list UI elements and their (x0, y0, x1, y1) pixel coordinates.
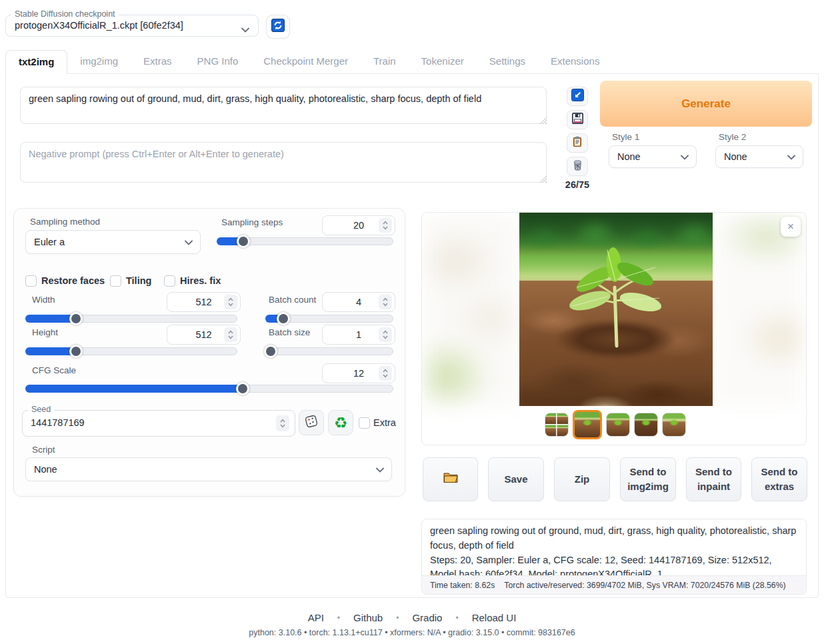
hires-fix-checkbox[interactable] (164, 275, 175, 287)
number-spinner[interactable] (379, 295, 392, 309)
chevron-down-icon (241, 23, 249, 35)
restore-faces-checkbox[interactable] (25, 275, 37, 287)
checkpoint-label: Stable Diffusion checkpoint (11, 9, 119, 19)
chevron-down-icon (185, 237, 193, 247)
batch-count-input[interactable]: 4 (322, 292, 395, 312)
save-button[interactable]: Save (488, 457, 544, 501)
script-value: None (34, 464, 57, 475)
tab-txt2img[interactable]: txt2img (5, 50, 67, 74)
batch-size-input[interactable]: 1 (322, 325, 395, 345)
refresh-checkpoint-button[interactable] (266, 15, 290, 39)
sampling-steps-input[interactable]: 20 (322, 215, 395, 235)
tab-checkpoint-merger[interactable]: Checkpoint Merger (251, 50, 361, 74)
dice-icon (304, 414, 319, 431)
height-input[interactable]: 512 (167, 325, 241, 345)
close-icon[interactable]: × (781, 217, 801, 237)
tiling-label: Tiling (126, 275, 151, 286)
width-input[interactable]: 512 (167, 292, 241, 312)
tab-extensions[interactable]: Extensions (538, 50, 612, 74)
number-spinner[interactable] (276, 415, 289, 431)
paste-generation-params-button[interactable] (567, 87, 588, 106)
checkpoint-value: protogenX34OfficialR_1.ckpt [60fe2f34] (15, 20, 183, 31)
reload-ui-link[interactable]: Reload UI (472, 612, 517, 623)
version-info: python: 3.10.6 • torch: 1.13.1+cu117 • x… (0, 628, 824, 637)
number-spinner[interactable] (379, 218, 392, 233)
refresh-icon (271, 19, 285, 35)
thumbnail-1[interactable] (545, 413, 569, 437)
sampling-steps-label: Sampling steps (221, 217, 283, 227)
clipboard-icon (572, 136, 583, 150)
extra-seed-label: Extra (373, 417, 396, 428)
tab-img2img[interactable]: img2img (67, 50, 131, 74)
number-spinner[interactable] (379, 366, 392, 381)
cfg-scale-slider[interactable] (25, 382, 393, 395)
extra-seed-checkbox[interactable] (359, 417, 370, 429)
style2-dropdown[interactable]: None (715, 145, 803, 168)
save-style-button[interactable] (567, 110, 588, 129)
zip-button[interactable]: Zip (554, 457, 610, 501)
apply-style-button[interactable] (567, 133, 588, 153)
negative-prompt-input[interactable] (20, 142, 547, 183)
style2-value: None (724, 151, 747, 162)
tab-settings[interactable]: Settings (477, 50, 538, 74)
seed-input[interactable]: Seed 1441787169 (22, 410, 295, 437)
image-foreground-blur (519, 379, 713, 406)
gradio-link[interactable]: Gradio (412, 612, 442, 623)
batch-size-label: Batch size (269, 327, 310, 337)
generated-image[interactable] (519, 213, 713, 406)
sapling-illustration (566, 239, 666, 353)
thumbnail-2-selected[interactable] (573, 410, 602, 439)
style1-dropdown[interactable]: None (609, 145, 697, 168)
cfg-scale-label: CFG Scale (32, 365, 76, 375)
batch-count-slider[interactable] (265, 312, 393, 325)
number-spinner[interactable] (379, 327, 392, 342)
separator-dot: • (455, 613, 458, 623)
time-taken-text: Time taken: 8.62s (430, 581, 495, 590)
batch-count-label: Batch count (269, 295, 316, 305)
sampling-method-dropdown[interactable]: Euler a (25, 230, 201, 254)
batch-size-slider[interactable] (265, 345, 393, 358)
sampling-method-value: Euler a (34, 237, 65, 247)
tab-png-info[interactable]: PNG Info (185, 50, 251, 74)
send-to-extras-button[interactable]: Send to extras (751, 457, 807, 501)
thumbnail-4[interactable] (634, 413, 658, 437)
width-label: Width (32, 295, 55, 305)
thumbnail-5[interactable] (662, 413, 686, 437)
height-label: Height (32, 327, 58, 337)
hires-fix-label: Hires. fix (180, 275, 221, 286)
width-slider[interactable] (25, 312, 237, 325)
token-counter: 26/75 (560, 179, 595, 190)
reuse-seed-button[interactable]: ♻ (328, 410, 353, 435)
api-link[interactable]: API (308, 612, 324, 623)
tab-tokenizer[interactable]: Tokenizer (409, 50, 477, 74)
thumbnail-3[interactable] (606, 413, 630, 437)
generation-info-panel: green sapling rowing out of ground, mud,… (421, 519, 807, 595)
number-spinner[interactable] (224, 327, 237, 342)
clear-prompt-button[interactable] (567, 157, 588, 176)
tab-train[interactable]: Train (361, 50, 409, 74)
script-label: Script (32, 445, 55, 455)
tab-extras[interactable]: Extras (131, 50, 185, 74)
style1-label: Style 1 (612, 132, 639, 142)
sd-webui-app: Stable Diffusion checkpoint protogenX34O… (0, 0, 824, 644)
prompt-input[interactable]: green sapling rowing out of ground, mud,… (20, 87, 547, 124)
send-to-inpaint-button[interactable]: Send to inpaint (686, 457, 741, 501)
height-slider[interactable] (25, 345, 237, 358)
open-folder-button[interactable] (423, 457, 478, 501)
github-link[interactable]: Github (353, 612, 383, 623)
chevron-down-icon (376, 464, 384, 475)
tiling-checkbox[interactable] (110, 275, 121, 287)
cfg-scale-input[interactable]: 12 (322, 363, 395, 383)
trash-icon (572, 159, 583, 174)
script-dropdown[interactable]: None (25, 457, 392, 481)
generate-button[interactable]: Generate (600, 81, 812, 127)
number-spinner[interactable] (224, 295, 237, 309)
checkpoint-dropdown[interactable]: Stable Diffusion checkpoint protogenX34O… (5, 15, 259, 37)
random-seed-button[interactable] (299, 410, 324, 435)
folder-icon (443, 475, 459, 486)
performance-strip: Time taken: 8.62s Torch active/reserved:… (422, 575, 806, 594)
sampling-method-label: Sampling method (30, 217, 100, 227)
sampling-steps-slider[interactable] (217, 235, 393, 248)
result-gallery: × (421, 212, 807, 445)
send-to-img2img-button[interactable]: Send to img2img (620, 457, 676, 501)
